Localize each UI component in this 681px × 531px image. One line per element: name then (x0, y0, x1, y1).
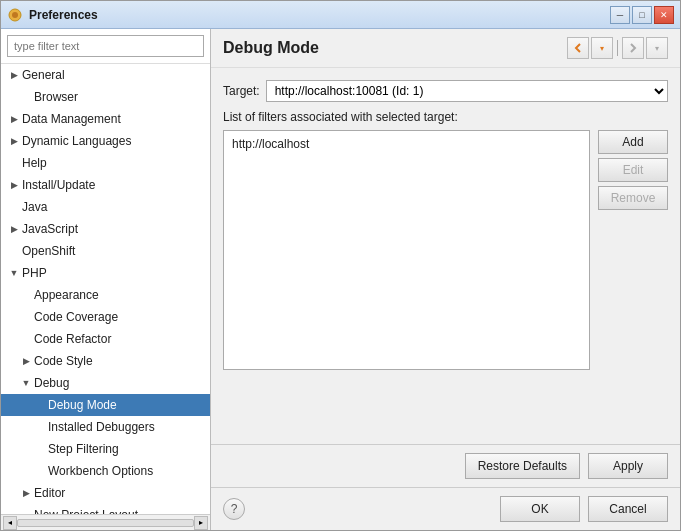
apply-button[interactable]: Apply (588, 453, 668, 479)
tree-container: ▶GeneralBrowser▶Data Management▶Dynamic … (1, 64, 210, 514)
nav-forward-dropdown-btn[interactable]: ▾ (646, 37, 668, 59)
panel-footer: Restore Defaults Apply (211, 444, 680, 487)
sidebar-item-label-workbench-options: Workbench Options (48, 462, 153, 480)
window-controls: ─ □ ✕ (610, 6, 674, 24)
sidebar-item-general[interactable]: ▶General (1, 64, 210, 86)
sidebar-item-php[interactable]: ▼PHP (1, 262, 210, 284)
filter-area: http://localhost Add Edit Remove (223, 130, 668, 370)
minimize-button[interactable]: ─ (610, 6, 630, 24)
sidebar-item-label-appearance: Appearance (34, 286, 99, 304)
preferences-window: Preferences ─ □ ✕ ▶GeneralBrowser▶Data M… (0, 0, 681, 531)
target-label: Target: (223, 84, 260, 98)
panel-body: Target: http://localhost:10081 (Id: 1) L… (211, 68, 680, 444)
tree-arrow-java (9, 202, 19, 212)
sidebar-item-code-refactor[interactable]: Code Refactor (1, 328, 210, 350)
tree-arrow-code-coverage (21, 312, 31, 322)
scrollbar-track (17, 519, 194, 527)
sidebar-item-step-filtering[interactable]: Step Filtering (1, 438, 210, 460)
sidebar-item-javascript[interactable]: ▶JavaScript (1, 218, 210, 240)
nav-back-dropdown-btn[interactable]: ▾ (591, 37, 613, 59)
action-buttons: Add Edit Remove (598, 130, 668, 370)
sidebar-item-openshift[interactable]: OpenShift (1, 240, 210, 262)
sidebar-item-dynamic-languages[interactable]: ▶Dynamic Languages (1, 130, 210, 152)
window-title: Preferences (29, 8, 610, 22)
panel-title: Debug Mode (223, 39, 567, 57)
target-row: Target: http://localhost:10081 (Id: 1) (223, 80, 668, 102)
cancel-button[interactable]: Cancel (588, 496, 668, 522)
restore-defaults-button[interactable]: Restore Defaults (465, 453, 580, 479)
sidebar-item-label-code-style: Code Style (34, 352, 93, 370)
sidebar-item-browser[interactable]: Browser (1, 86, 210, 108)
sidebar-item-label-dynamic-languages: Dynamic Languages (22, 132, 131, 150)
window-icon (7, 7, 23, 23)
filter-label: List of filters associated with selected… (223, 110, 668, 124)
sidebar-item-label-code-coverage: Code Coverage (34, 308, 118, 326)
tree-arrow-install-update: ▶ (9, 180, 19, 190)
edit-button[interactable]: Edit (598, 158, 668, 182)
help-button[interactable]: ? (223, 498, 245, 520)
tree-arrow-openshift (9, 246, 19, 256)
sidebar: ▶GeneralBrowser▶Data Management▶Dynamic … (1, 29, 211, 530)
sidebar-item-label-install-update: Install/Update (22, 176, 95, 194)
sidebar-item-debug[interactable]: ▼Debug (1, 372, 210, 394)
add-button[interactable]: Add (598, 130, 668, 154)
sidebar-item-java[interactable]: Java (1, 196, 210, 218)
scroll-left-btn[interactable]: ◂ (3, 516, 17, 530)
tree-arrow-code-refactor (21, 334, 31, 344)
sidebar-item-help[interactable]: Help (1, 152, 210, 174)
sidebar-item-debug-mode[interactable]: Debug Mode (1, 394, 210, 416)
maximize-button[interactable]: □ (632, 6, 652, 24)
search-input[interactable] (7, 35, 204, 57)
footer-bottom: ? OK Cancel (211, 487, 680, 530)
sidebar-item-label-general: General (22, 66, 65, 84)
bottom-scrollbar: ◂ ▸ (1, 514, 210, 530)
tree-arrow-code-style: ▶ (21, 356, 31, 366)
tree-arrow-dynamic-languages: ▶ (9, 136, 19, 146)
sidebar-item-label-help: Help (22, 154, 47, 172)
sidebar-item-new-project-layout[interactable]: New Project Layout (1, 504, 210, 514)
panel-header: Debug Mode ▾ ▾ (211, 29, 680, 68)
sidebar-item-label-javascript: JavaScript (22, 220, 78, 238)
tree-arrow-general: ▶ (9, 70, 19, 80)
sidebar-item-installed-debuggers[interactable]: Installed Debuggers (1, 416, 210, 438)
filter-list-item: http://localhost (228, 135, 585, 153)
tree-arrow-workbench-options (35, 466, 45, 476)
sidebar-item-label-data-management: Data Management (22, 110, 121, 128)
sidebar-item-code-coverage[interactable]: Code Coverage (1, 306, 210, 328)
filter-list[interactable]: http://localhost (223, 130, 590, 370)
sidebar-item-label-installed-debuggers: Installed Debuggers (48, 418, 155, 436)
tree-arrow-browser (21, 92, 31, 102)
tree-arrow-javascript: ▶ (9, 224, 19, 234)
sidebar-item-code-style[interactable]: ▶Code Style (1, 350, 210, 372)
sidebar-item-label-new-project-layout: New Project Layout (34, 506, 138, 514)
search-box (1, 29, 210, 64)
sidebar-item-data-management[interactable]: ▶Data Management (1, 108, 210, 130)
close-button[interactable]: ✕ (654, 6, 674, 24)
titlebar: Preferences ─ □ ✕ (1, 1, 680, 29)
sidebar-item-label-code-refactor: Code Refactor (34, 330, 111, 348)
sidebar-item-label-step-filtering: Step Filtering (48, 440, 119, 458)
sidebar-item-label-debug-mode: Debug Mode (48, 396, 117, 414)
target-select[interactable]: http://localhost:10081 (Id: 1) (266, 80, 668, 102)
scroll-right-btn[interactable]: ▸ (194, 516, 208, 530)
nav-forward-btn[interactable] (622, 37, 644, 59)
sidebar-item-appearance[interactable]: Appearance (1, 284, 210, 306)
tree-arrow-debug-mode (35, 400, 45, 410)
svg-point-1 (12, 12, 18, 18)
sidebar-item-install-update[interactable]: ▶Install/Update (1, 174, 210, 196)
right-panel: Debug Mode ▾ ▾ Target: (211, 29, 680, 530)
sidebar-item-workbench-options[interactable]: Workbench Options (1, 460, 210, 482)
tree-arrow-editor: ▶ (21, 488, 31, 498)
nav-separator (617, 40, 618, 56)
tree-arrow-php: ▼ (9, 268, 19, 278)
main-content: ▶GeneralBrowser▶Data Management▶Dynamic … (1, 29, 680, 530)
remove-button[interactable]: Remove (598, 186, 668, 210)
sidebar-item-editor[interactable]: ▶Editor (1, 482, 210, 504)
ok-button[interactable]: OK (500, 496, 580, 522)
tree-arrow-data-management: ▶ (9, 114, 19, 124)
sidebar-item-label-debug: Debug (34, 374, 69, 392)
nav-buttons: ▾ ▾ (567, 37, 668, 59)
tree-arrow-installed-debuggers (35, 422, 45, 432)
tree-arrow-step-filtering (35, 444, 45, 454)
nav-back-btn[interactable] (567, 37, 589, 59)
